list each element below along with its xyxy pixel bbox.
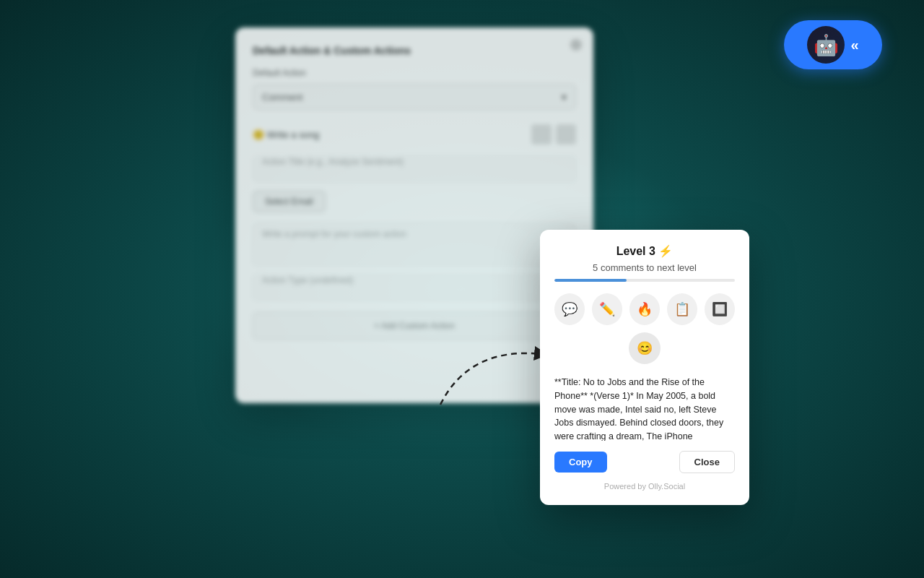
robot-emoji: 🤖 (814, 33, 839, 57)
box-icon-btn[interactable]: 🔲 (705, 293, 735, 325)
bg-modal-custom-action-row: 🙂 Write a song (253, 124, 576, 144)
chevron-down-icon: ▾ (562, 92, 567, 103)
bg-modal-select-email-btn[interactable]: Select Email (253, 191, 326, 212)
popup-icons-row: 💬 ✏️ 🔥 📋 🔲 (554, 293, 735, 325)
bg-modal-select-value: Comment (262, 92, 302, 103)
comment-icon-btn[interactable]: 💬 (554, 293, 585, 325)
popup-title: Level 3 ⚡ (554, 244, 735, 258)
popup-progress-fill (554, 279, 627, 282)
popup-text-content: **Title: No to Jobs and the Rise of the … (554, 376, 735, 441)
bg-modal-edit-icon[interactable] (531, 124, 552, 144)
robot-avatar: 🤖 (807, 26, 845, 64)
bg-modal-custom-action-label: 🙂 Write a song (253, 129, 527, 140)
clipboard-icon-btn[interactable]: 📋 (667, 293, 697, 325)
bg-modal-prompt-textarea[interactable]: Write a prompt for your custom action (253, 223, 576, 266)
edit-icon-btn[interactable]: ✏️ (592, 293, 622, 325)
robot-button[interactable]: 🤖 « (784, 20, 882, 69)
arrows-icon: « (850, 37, 858, 53)
bg-modal-action-title-input[interactable]: Action Title (e.g., Analyze Sentiment) (253, 156, 576, 182)
bg-modal-add-custom-btn[interactable]: + Add Custom Action (253, 312, 576, 340)
close-button[interactable]: Close (679, 451, 735, 473)
bg-modal-add-custom-label: + Add Custom Action (374, 321, 455, 331)
bg-modal-action-type-placeholder: Action Type (undefined) (262, 275, 354, 285)
bg-modal-delete-icon[interactable] (556, 124, 576, 144)
bg-modal-action-type-input[interactable]: Action Type (undefined) (253, 275, 576, 301)
level-popup: Level 3 ⚡ 5 comments to next level 💬 ✏️ … (540, 230, 749, 505)
fire-icon-btn[interactable]: 🔥 (629, 293, 660, 325)
copy-button[interactable]: Copy (554, 452, 607, 473)
popup-subtitle: 5 comments to next level (554, 262, 735, 273)
bg-modal-prompt-placeholder: Write a prompt for your custom action (262, 229, 406, 239)
popup-footer-buttons: Copy Close (554, 451, 735, 473)
bg-modal-select[interactable]: Comment ▾ (253, 84, 576, 110)
popup-header: Level 3 ⚡ (554, 244, 735, 258)
bg-modal-section-label: Default Action (253, 68, 576, 78)
smile-icon-btn[interactable]: 😊 (629, 332, 661, 364)
powered-by: Powered by Olly.Social (554, 482, 735, 491)
bg-modal-close-btn (570, 39, 582, 51)
popup-progress-bar (554, 279, 735, 282)
popup-icon-row2: 😊 (554, 332, 735, 364)
bg-modal-action-title-placeholder: Action Title (e.g., Analyze Sentiment) (262, 157, 404, 167)
bg-modal-title: Default Action & Custom Actions (253, 45, 576, 56)
